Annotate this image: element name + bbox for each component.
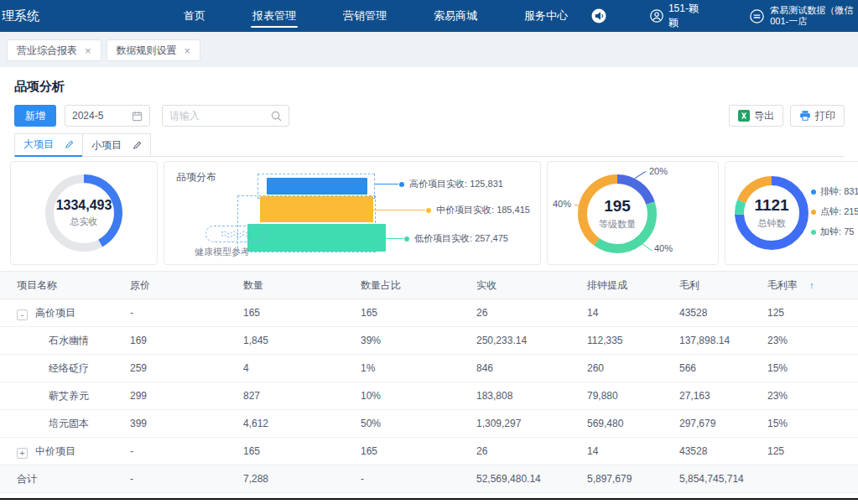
- clock-value: 1121: [754, 196, 788, 215]
- item-name: 高价项目: [35, 307, 75, 319]
- table-cell: 15%: [767, 355, 858, 382]
- item-name: 合计: [17, 473, 37, 485]
- edit-icon[interactable]: [65, 140, 74, 149]
- column-header-毛利: 毛利: [679, 272, 767, 299]
- close-icon[interactable]: ×: [85, 44, 91, 57]
- category-tab-label: 小项目: [91, 138, 122, 153]
- collapse-icon[interactable]: -: [17, 309, 28, 320]
- month-picker[interactable]: 2024-5: [65, 105, 150, 127]
- workspace-tab-label: 营业综合报表: [17, 44, 77, 58]
- table-row: -高价项目-165165261443528125: [0, 299, 858, 327]
- revenue-donut-chart: 1334,493 总实收: [45, 174, 122, 252]
- health-model-label: 健康模型参考: [195, 246, 250, 258]
- workspace-tab[interactable]: 营业综合报表×: [7, 39, 101, 61]
- expand-icon[interactable]: +: [17, 448, 28, 459]
- table-row: 合计-7,288-52,569,480.145,897,6795,854,745…: [0, 465, 858, 493]
- export-button[interactable]: 导出: [729, 105, 783, 127]
- table-cell: -: [130, 465, 243, 493]
- search-icon[interactable]: [271, 111, 282, 122]
- total-revenue-card: 1334,493 总实收: [10, 161, 158, 265]
- table-cell: 7,288: [243, 465, 361, 493]
- add-button[interactable]: 新增: [14, 105, 56, 127]
- legend-dot: [404, 236, 409, 242]
- table-row: 培元固本3994,61250%1,309,297569,480297,67915…: [0, 410, 858, 438]
- user-name: 151-颖颖: [668, 2, 708, 30]
- table-cell: 169: [130, 327, 243, 355]
- table-cell: 14: [587, 299, 679, 327]
- category-tab-小项目[interactable]: 小项目: [82, 133, 151, 157]
- grade-pct-blue: 20%: [649, 166, 668, 176]
- revenue-label: 总实收: [70, 216, 98, 228]
- table-cell: 43528: [679, 438, 767, 465]
- table-cell: 14: [587, 438, 679, 465]
- print-button[interactable]: 打印: [790, 105, 845, 127]
- store-line2: 001-一店: [770, 16, 853, 27]
- sort-asc-icon[interactable]: ↑: [809, 280, 814, 290]
- user-menu[interactable]: 151-颖颖: [650, 2, 708, 30]
- table-cell: 165: [361, 438, 476, 465]
- table-row: 石水幽情1691,84539%250,233.14112,335137,898.…: [0, 327, 858, 355]
- nav-item-报表管理[interactable]: 报表管理: [229, 0, 320, 32]
- workspace-tabs: 营业综合报表×数据规则设置×: [0, 32, 858, 67]
- toolbar: 新增 2024-5 导出 打印: [14, 105, 845, 127]
- search-input[interactable]: [169, 110, 263, 122]
- item-name: 石水幽情: [49, 335, 89, 346]
- table-cell: 137,898.14: [679, 327, 767, 355]
- nav-item-服务中心[interactable]: 服务中心: [501, 0, 591, 32]
- table-cell: 15%: [767, 410, 858, 438]
- workspace-tab[interactable]: 数据规则设置×: [107, 39, 201, 61]
- grade-pct-green: 40%: [654, 243, 673, 253]
- funnel-bar-mid: [260, 196, 373, 222]
- item-name-cell: +中价项目: [0, 438, 130, 465]
- category-tab-label: 大项目: [23, 138, 54, 152]
- table-cell: -: [130, 299, 243, 327]
- export-label: 导出: [754, 109, 774, 123]
- column-header-排钟提成: 排钟提成: [587, 272, 679, 299]
- table-cell: 566: [679, 355, 767, 382]
- leader-line: [386, 238, 403, 239]
- legend-dot: [811, 230, 816, 235]
- table-row: 蕲艾养元29982710%183,80879,88027,16323%: [0, 382, 858, 410]
- nav-item-营销管理[interactable]: 营销管理: [320, 0, 410, 32]
- table-row: +中价项目-165165261443528125: [0, 438, 858, 465]
- table-cell: -: [361, 465, 476, 493]
- announcement-icon[interactable]: [591, 8, 606, 23]
- table-header-row: 项目名称原价数量数量占比实收排钟提成毛利毛利率↑: [0, 272, 858, 299]
- column-header-实收: 实收: [476, 272, 587, 299]
- store-selector[interactable]: 索易测试数据（微信 001-一店: [750, 5, 858, 27]
- table-cell: 4: [243, 355, 361, 382]
- table-cell: 26: [476, 438, 587, 465]
- category-tab-大项目[interactable]: 大项目: [14, 133, 83, 157]
- health-model-icon: [205, 226, 268, 242]
- clock-label: 总钟数: [758, 217, 786, 230]
- table-cell: 299: [130, 382, 243, 410]
- item-name: 蕲艾养元: [49, 390, 89, 402]
- bottom-edge-bar: [0, 498, 858, 500]
- app-logo: 理系统: [2, 8, 160, 24]
- column-header-项目名称: 项目名称: [0, 272, 130, 299]
- print-label: 打印: [815, 109, 835, 123]
- category-tabs: 大项目小项目: [14, 133, 845, 157]
- item-name-cell: 合计: [0, 465, 130, 493]
- table-cell: 827: [243, 382, 361, 410]
- table-cell: 1%: [361, 355, 476, 382]
- user-icon: [650, 9, 663, 23]
- top-nav: 理系统 首页报表管理营销管理索易商城服务中心 151-颖颖 索易测试数据（微信 …: [0, 0, 858, 32]
- column-header-数量: 数量: [243, 272, 361, 299]
- distribution-title: 品项分布: [176, 170, 216, 184]
- nav-item-索易商城[interactable]: 索易商城: [410, 0, 501, 32]
- close-icon[interactable]: ×: [185, 44, 191, 57]
- table-cell: 26: [476, 299, 587, 327]
- table-cell: 569,480: [587, 410, 679, 438]
- table-cell: 50%: [361, 410, 476, 438]
- table-cell: 112,335: [587, 327, 679, 355]
- table-cell: 52,569,480.14: [476, 465, 587, 493]
- nav-item-首页[interactable]: 首页: [160, 0, 229, 32]
- funnel-label-low: 低价项目实收257,475: [404, 232, 508, 245]
- column-header-数量占比: 数量占比: [361, 272, 476, 299]
- edit-icon[interactable]: [133, 141, 142, 150]
- table-cell: 1,845: [243, 327, 361, 355]
- search-box[interactable]: [162, 105, 289, 127]
- column-header-毛利率[interactable]: 毛利率↑: [767, 272, 858, 299]
- month-value: 2024-5: [72, 110, 103, 122]
